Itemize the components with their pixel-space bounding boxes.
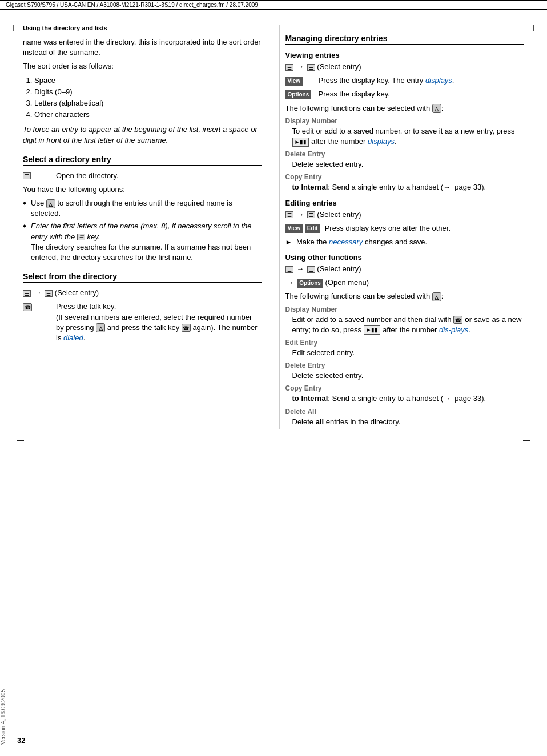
list-item: Use △ to scroll through the entries unti… — [23, 198, 262, 219]
other-display-number-body: Edit or add to a saved number and then d… — [285, 315, 525, 335]
other-select-row: ☰ → ☰ (Select entry) — [285, 264, 525, 274]
other-copy-entry-term: Copy Entry — [285, 384, 525, 392]
select-from-dir-heading: Select from the directory — [23, 272, 262, 283]
viewing-delete-entry-body: Delete selected entry. — [285, 159, 525, 170]
other-display-number-term: Display Number — [285, 305, 525, 313]
edit-btn: Edit — [305, 224, 320, 233]
dialed-text: dialed — [63, 333, 83, 342]
select-from-row: ☰ → ☰ (Select entry) — [23, 288, 262, 298]
dir-icon-r2: ☰ — [307, 64, 315, 71]
save-btn-icon-2: ►▮▮ — [364, 325, 381, 335]
talk-key-text: Press the talk key. (If several numbers … — [56, 301, 262, 343]
viewing-copy-entry-term: Copy Entry — [285, 173, 525, 181]
necessary-text: necessary — [329, 238, 363, 246]
options-btn-label: Options — [285, 90, 312, 99]
displays-text-1: displays — [425, 76, 452, 85]
page-number: 32 — [17, 736, 25, 745]
other-delete-all-term: Delete All — [285, 408, 525, 416]
columns: Using the directory and lists name was e… — [17, 25, 530, 429]
nav-icon-r2: △ — [432, 292, 441, 301]
other-functions-heading: Using other functions — [285, 253, 525, 262]
open-directory-row: ☰ Open the directory. — [23, 171, 262, 181]
bullet-list: Use △ to scroll through the entries unti… — [23, 198, 262, 263]
other-functions-intro: The following functions can be selected … — [285, 291, 525, 301]
triangle-icon: ► — [285, 238, 292, 246]
save-btn-icon: ►▮▮ — [292, 138, 309, 147]
list-item: Space — [34, 75, 262, 86]
viewing-delete-entry-term: Delete Entry — [285, 150, 525, 158]
content-area: Using the directory and lists name was e… — [0, 19, 547, 435]
nav-icon-2: △ — [96, 323, 105, 332]
left-section-heading: Using the directory and lists — [23, 25, 262, 31]
dir-icon-r5: ☰ — [285, 266, 293, 273]
view-btn-cell: View — [285, 75, 314, 86]
select-entry-heading: Select a directory entry — [23, 155, 262, 166]
right-column: Managing directory entries Viewing entri… — [279, 25, 525, 429]
margin-right — [530, 25, 547, 429]
viewing-copy-entry-body: to Internal: Send a single entry to a ha… — [285, 182, 525, 192]
italic-paragraph: To force an entry to appear at the begin… — [23, 124, 262, 145]
dir-icon-3: ☰ — [45, 290, 53, 297]
view-edit-btns-cell: View Edit — [285, 223, 320, 234]
displays-text-3: dis-plays — [439, 325, 468, 334]
talk-key-icon-cell: ☎ — [23, 301, 51, 343]
viewing-heading: Viewing entries — [285, 51, 525, 59]
margin-left — [0, 25, 17, 429]
list-item: Letters (alphabetical) — [34, 98, 262, 108]
header-bar: Gigaset S790/S795 / USA-CAN EN / A31008-… — [0, 0, 547, 10]
nav-icon: △ — [46, 199, 55, 208]
nav-icon-r1: △ — [432, 104, 441, 113]
other-delete-entry-term: Delete Entry — [285, 361, 525, 369]
displays-text-2: displays — [368, 137, 395, 146]
list-item: Other characters — [34, 110, 262, 120]
talk-key-icon-2: ☎ — [182, 324, 191, 332]
options-btn-text: Press the display key. — [319, 89, 525, 99]
viewing-functions-intro: The following functions can be selected … — [285, 103, 525, 114]
header-text: Gigaset S790/S795 / USA-CAN EN / A31008-… — [6, 2, 258, 8]
view-edit-row: View Edit Press display keys one after t… — [285, 223, 525, 234]
footer-version: Version 4, 16.09.2005 — [0, 689, 9, 745]
directory-icon: ☰ — [23, 172, 31, 179]
dir-icon-r1: ☰ — [285, 64, 293, 71]
page-container: Gigaset S790/S795 / USA-CAN EN / A31008-… — [0, 0, 547, 756]
view-btn-2: View — [285, 224, 303, 233]
list-item: Enter the first letters of the name (max… — [23, 221, 262, 263]
dir-key-icon: ☰ — [77, 234, 85, 240]
list-item: Digits (0–9) — [34, 87, 262, 97]
options-intro: You have the following options: — [23, 184, 262, 195]
open-directory-text: Open the directory. — [56, 171, 262, 181]
other-edit-entry-body: Edit selected entry. — [285, 348, 525, 358]
talk-key-icon-r: ☎ — [453, 316, 462, 324]
intro-paragraph: name was entered in the directory, this … — [23, 37, 262, 58]
view-btn-row: View Press the display key. The entry di… — [285, 75, 525, 86]
editing-select-row: ☰ → ☰ (Select entry) — [285, 210, 525, 220]
other-copy-entry-body: to Internal: Send a single entry to a ha… — [285, 393, 525, 404]
right-section-heading: Managing directory entries — [285, 34, 525, 45]
dir-icon-2: ☰ — [23, 290, 31, 297]
directory-icon-cell: ☰ — [23, 171, 51, 181]
options-btn-cell: Options — [285, 89, 314, 99]
viewing-select-row: ☰ → ☰ (Select entry) — [285, 62, 525, 72]
dir-icon-r3: ☰ — [285, 211, 293, 218]
other-delete-entry-body: Delete selected entry. — [285, 371, 525, 381]
viewing-display-number-body: To edit or add to a saved number, or to … — [285, 126, 525, 147]
sort-order-list: Space Digits (0–9) Letters (alphabetical… — [23, 75, 262, 120]
view-edit-text: Press display keys one after the other. — [325, 223, 524, 234]
editing-heading: Editing entries — [285, 199, 525, 207]
other-delete-all-body: Delete all entries in the directory. — [285, 417, 525, 427]
bottom-margin-dashes: — — — [0, 436, 547, 444]
options-btn-row: Options Press the display key. — [285, 89, 525, 99]
arrow-1: → — [34, 288, 42, 297]
sort-order-intro: The sort order is as follows: — [23, 61, 262, 71]
talk-key-icon: ☎ — [23, 303, 32, 311]
other-options-row: → Options (Open menu) — [285, 278, 525, 288]
dir-icon-r6: ☰ — [307, 266, 315, 273]
view-btn-label: View — [285, 77, 303, 86]
dir-icon-r4: ☰ — [307, 211, 315, 218]
editing-make-changes: ► Make the necessary changes and save. — [285, 237, 525, 247]
view-btn-text: Press the display key. The entry display… — [319, 75, 525, 86]
margin-dashes: — — — [0, 11, 547, 19]
options-btn-2: Options — [297, 279, 323, 288]
talk-key-row: ☎ Press the talk key. (If several number… — [23, 301, 262, 343]
viewing-display-number-term: Display Number — [285, 117, 525, 125]
